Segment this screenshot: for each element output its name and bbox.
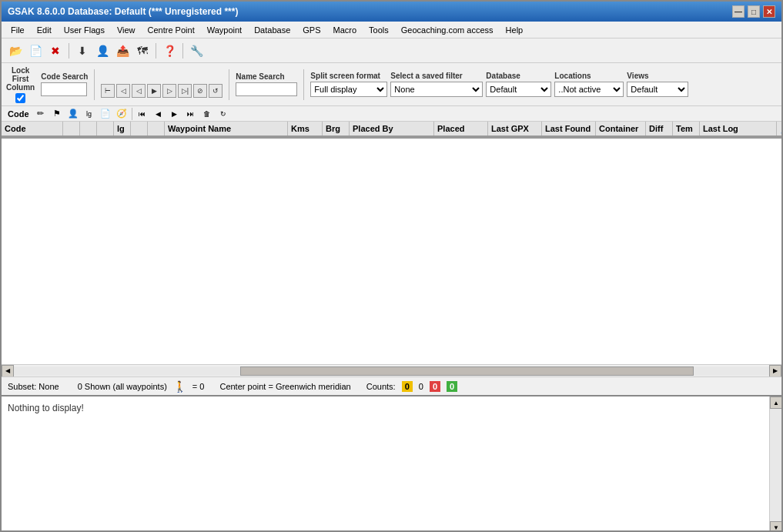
menu-item-gps[interactable]: GPS [296,24,326,36]
maximize-button[interactable]: □ [748,5,760,18]
views-select[interactable]: Default [627,82,688,97]
menu-item-waypoint[interactable]: Waypoint [201,24,248,36]
col-header-lg[interactable]: lg [114,122,131,136]
menu-item-centre-point[interactable]: Centre Point [142,24,201,36]
scroll-left-arrow[interactable]: ◀ [2,365,14,377]
database-select[interactable]: Default [486,82,551,97]
col-header-tem[interactable]: Tem [673,122,700,136]
menu-item-user-flags[interactable]: User Flags [58,24,111,36]
user-toolbar-btn[interactable]: 👤 [93,42,112,60]
search-bar: Lock First Column Code Search ⊢ ◁ ◁ ▶ ▷ … [2,63,781,106]
menu-item-database[interactable]: Database [248,24,296,36]
edit-icon-btn[interactable]: ✏ [33,107,49,121]
col-header-brg[interactable]: Brg [323,122,350,136]
person-status-icon: 🚶 [173,380,186,393]
title-bar: GSAK 8.6.0.0 Database: Default (*** Unre… [2,2,781,22]
col-header-[interactable] [97,122,114,136]
col-header-[interactable] [63,122,80,136]
name-search-section: Name Search [236,72,297,96]
toolbar: 📂📄✖⬇👤📤🗺❓🔧 [2,38,781,63]
sep3 [303,69,304,100]
col-header-[interactable] [131,122,148,136]
col-header-diff[interactable]: Diff [646,122,673,136]
delete-toolbar-btn[interactable]: ✖ [46,42,65,60]
menu-item-geocaching.com-access[interactable]: Geocaching.com access [395,24,500,36]
nav-refresh2-icon[interactable]: ↻ [216,107,231,121]
open-file-toolbar-btn[interactable]: 📄 [26,42,45,60]
col-header-code[interactable]: Code [2,122,63,136]
bottom-message: Nothing to display! [8,403,84,413]
counts-label: Counts: [366,382,396,391]
nav-back-icon[interactable]: ⏮ [135,107,150,121]
menu-item-view[interactable]: View [111,24,142,36]
count-badge-4: 0 [447,381,457,392]
code-col-label: Code [5,109,32,119]
nav-refresh[interactable]: ↺ [209,84,223,98]
count-badge-1: 0 [402,381,413,392]
v-scroll-track[interactable] [770,409,781,521]
code-search-input[interactable] [41,82,87,96]
flag-icon-btn[interactable]: ⚑ [49,107,65,121]
h-scroll-thumb[interactable] [240,366,694,376]
nav-fwd-icon[interactable]: ⏭ [183,107,199,121]
main-content [2,139,781,364]
gpx-toolbar-btn[interactable]: 📤 [113,42,132,60]
minimize-button[interactable]: — [732,5,745,18]
status-bar: Subset: None 0 Shown (all waypoints) 🚶 =… [2,376,781,395]
locations-section: Locations ..Not active [554,72,624,97]
nav-left-icon[interactable]: ◀ [151,107,166,121]
nav-clear[interactable]: ⊘ [193,84,207,98]
col-header-[interactable] [148,122,165,136]
help-toolbar-btn[interactable]: ❓ [160,42,179,60]
split-screen-label: Split screen format [310,72,387,80]
col-header-waypoint-name[interactable]: Waypoint Name [165,122,288,136]
extra-toolbar-btn[interactable]: 🔧 [187,42,206,60]
icon-column-bar: Code ✏ ⚑ 👤 lg 📄 🧭 ⏮ ◀ ▶ ⏭ 🗑 ↻ CodelgWayp… [2,106,781,139]
lock-checkbox[interactable] [15,93,25,103]
locations-select[interactable]: ..Not active [554,82,624,97]
nav-right-icon[interactable]: ▶ [167,107,182,121]
code-search-controls [41,82,88,96]
name-search-input[interactable] [236,82,297,96]
note-icon-btn[interactable]: 📄 [98,107,113,121]
nav-clear2-icon[interactable]: 🗑 [199,107,215,121]
nav-prev2[interactable]: ◁ [132,84,146,98]
nav-prev-start[interactable]: ⊢ [101,84,115,98]
open-db-toolbar-btn[interactable]: 📂 [6,42,25,60]
nav-next[interactable]: ▷ [162,84,176,98]
menu-item-file[interactable]: File [5,24,31,36]
col-header-kms[interactable]: Kms [288,122,323,136]
toolbar-separator [69,43,69,59]
col-header-container[interactable]: Container [596,122,646,136]
col-header-last-log[interactable]: Last Log [700,122,777,136]
col-header-last-gpx[interactable]: Last GPX [488,122,542,136]
subset-label: Subset: None [8,382,59,391]
saved-filter-section: Select a saved filter None [390,72,483,97]
menu-item-tools[interactable]: Tools [363,24,395,36]
import-toolbar-btn[interactable]: ⬇ [73,42,92,60]
split-screen-select[interactable]: Full display [310,82,387,97]
scroll-up-arrow[interactable]: ▲ [770,396,781,409]
menu-item-macro[interactable]: Macro [326,24,363,36]
col-header-xx[interactable]: 👤 [777,122,783,136]
nav-play[interactable]: ▶ [147,84,161,98]
col-header-last-found[interactable]: Last Found [542,122,596,136]
scroll-right-arrow[interactable]: ▶ [769,365,781,377]
h-scroll-track[interactable] [14,366,769,376]
app-window: GSAK 8.6.0.0 Database: Default (*** Unre… [2,2,781,532]
waypoint-icon-btn[interactable]: 🧭 [114,107,129,121]
lg-icon-btn[interactable]: lg [82,107,97,121]
menu-item-edit[interactable]: Edit [31,24,58,36]
col-header-placed[interactable]: Placed [434,122,488,136]
saved-filter-select[interactable]: None [390,82,483,97]
map-toolbar-btn[interactable]: 🗺 [133,42,152,60]
close-button[interactable]: ✕ [763,5,775,18]
bottom-scrollbar: ▲ ▼ [769,396,781,532]
col-header-placed-by[interactable]: Placed By [350,122,434,136]
nav-prev[interactable]: ◁ [116,84,130,98]
menu-item-help[interactable]: Help [500,24,530,36]
person-icon-btn[interactable]: 👤 [65,107,81,121]
nav-next-end[interactable]: ▷| [178,84,192,98]
col-header-[interactable] [80,122,97,136]
scroll-down-arrow[interactable]: ▼ [770,521,781,532]
